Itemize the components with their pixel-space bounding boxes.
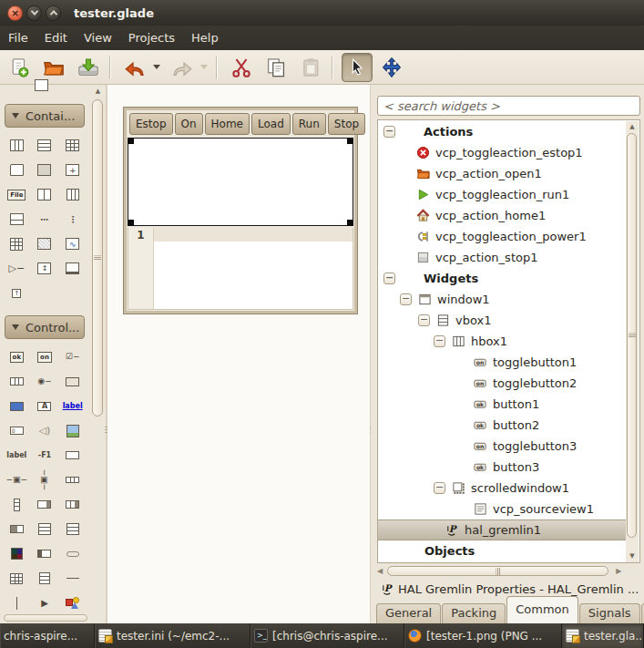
tree-row-button1[interactable]: ok button1	[378, 394, 626, 415]
design-estop-togglebutton[interactable]: Estop	[129, 113, 173, 135]
tree-row-togglebutton1[interactable]: on togglebutton1	[378, 352, 626, 373]
vscrollbar-icon[interactable]	[3, 492, 31, 517]
collapse-expander-icon[interactable]	[400, 293, 412, 305]
collapse-expander-icon[interactable]	[383, 126, 395, 138]
tab-general[interactable]: General	[376, 603, 441, 623]
widget-tree[interactable]: Actions vcp_toggleaction_estop1 vcp_acti…	[377, 119, 640, 563]
alignment-icon[interactable]	[31, 158, 59, 182]
new-project-button[interactable]	[4, 53, 35, 82]
label-icon[interactable]: label	[3, 443, 31, 468]
scrolledwindow-icon[interactable]: ⋯	[58, 207, 87, 231]
frame-icon[interactable]	[3, 158, 31, 182]
entry-icon[interactable]	[58, 443, 87, 468]
paste-button[interactable]	[295, 53, 326, 82]
paned-handle-left[interactable]	[105, 427, 107, 435]
colorbutton-icon[interactable]	[3, 394, 31, 418]
textview-icon[interactable]	[31, 517, 59, 541]
combo-icon[interactable]	[31, 541, 59, 566]
taskbar-item-tester-ini[interactable]: tester.ini (~/emc2-...	[95, 623, 250, 648]
tree-row-window1[interactable]: window1	[378, 289, 626, 310]
tree-scrollbar-thumb[interactable]	[627, 133, 637, 538]
vpaned-icon[interactable]	[58, 182, 87, 207]
filechooser-widget-icon[interactable]: File	[3, 182, 31, 207]
tree-row-vcp-action-home1[interactable]: vcp_action_home1	[378, 205, 626, 226]
handlebox-icon[interactable]: ↑	[3, 281, 31, 305]
taskbar-item-tester-png[interactable]: [tester-1.png (PNG ...	[404, 623, 562, 648]
scroll-up-arrow-icon[interactable]: ▲	[91, 87, 105, 96]
tree-row-button3[interactable]: ok button3	[378, 457, 626, 478]
table-icon[interactable]	[58, 133, 87, 158]
tree-row-hal-gremlin1-selected[interactable]: P hal_gremlin1	[378, 519, 626, 540]
linkbutton-icon[interactable]: label	[58, 394, 87, 418]
collapse-expander-icon[interactable]	[418, 314, 430, 326]
volumebutton-icon[interactable]: ◁)	[31, 418, 59, 443]
save-project-button[interactable]	[73, 53, 104, 82]
copy-button[interactable]	[261, 53, 291, 82]
scroll-left-arrow-icon[interactable]: ◀	[377, 568, 383, 575]
redo-button[interactable]	[167, 53, 198, 82]
hbox-icon[interactable]	[3, 133, 31, 158]
filechooserbutton-icon[interactable]	[58, 369, 87, 394]
palette-section-controls[interactable]: Control...	[5, 315, 85, 339]
selector-mode-button[interactable]	[342, 53, 373, 82]
undo-dropdown-arrow[interactable]	[153, 65, 160, 69]
tree-row-vcp-sourceview1[interactable]: vcp_sourceview1	[378, 499, 626, 519]
menu-view[interactable]: View	[76, 27, 120, 48]
open-project-button[interactable]	[38, 53, 69, 82]
taskbar-item-terminal[interactable]: >_ [chris@chris-aspire...	[250, 623, 404, 648]
scroll-right-arrow-icon[interactable]: ▶	[616, 568, 621, 575]
cut-button[interactable]	[226, 53, 257, 82]
taskbar-item-tester-glade-active[interactable]: tester.gla...	[562, 623, 644, 648]
tab-common-active[interactable]: Common	[506, 596, 578, 623]
statusbar-icon[interactable]	[58, 517, 87, 541]
vbuttonbox-icon[interactable]: ⋯	[31, 207, 59, 231]
tab-packing[interactable]: Packing	[442, 603, 506, 623]
design-sourceview[interactable]: 1	[128, 228, 353, 310]
palette-section-containers[interactable]: Contai...	[5, 104, 85, 128]
tree-row-vcp-toggleaction-power1[interactable]: vcp_toggleaction_power1	[378, 226, 626, 247]
spinbutton-icon[interactable]	[3, 369, 31, 394]
design-canvas[interactable]: Estop On Home Load Run Stop 1	[107, 85, 371, 623]
design-hbox1[interactable]: Estop On Home Load Run Stop	[127, 110, 354, 138]
menu-projects[interactable]: Projects	[120, 27, 183, 48]
expander-icon[interactable]: ▷−	[3, 256, 31, 281]
notebook-icon[interactable]	[58, 256, 87, 281]
tree-row-hbox1[interactable]: hbox1	[378, 331, 626, 352]
redo-dropdown-arrow[interactable]	[200, 65, 208, 69]
calendar-icon[interactable]	[3, 566, 31, 591]
design-window-window1[interactable]: Estop On Home Load Run Stop 1	[123, 107, 358, 314]
collapse-expander-icon[interactable]	[383, 273, 395, 284]
hscrollbar-icon[interactable]	[58, 468, 87, 492]
tree-row-vcp-action-stop1[interactable]: vcp_action_stop1	[378, 247, 626, 268]
tree-row-vcp-toggleaction-run1[interactable]: vcp_toggleaction_run1	[378, 184, 626, 205]
accellabel-icon[interactable]: -F1	[31, 443, 59, 468]
palette-clipped-item[interactable]	[35, 79, 48, 91]
undo-button[interactable]	[119, 53, 150, 82]
tab-accessibility[interactable]	[641, 603, 644, 623]
design-run-togglebutton[interactable]: Run	[292, 113, 326, 135]
collapse-expander-icon[interactable]	[434, 482, 445, 494]
palette-vertical-scrollbar[interactable]: ▲	[91, 87, 105, 617]
image-icon[interactable]	[58, 418, 87, 443]
hscale-icon[interactable]: −▣−	[3, 468, 31, 492]
tree-row-objects[interactable]: Objects	[378, 540, 626, 561]
palette-scrollbar-thumb[interactable]	[92, 99, 103, 417]
minimize-window-button[interactable]	[26, 5, 42, 21]
hbuttonbox-icon[interactable]	[3, 207, 31, 231]
progressbar-icon[interactable]	[3, 517, 31, 541]
iconview-icon[interactable]	[31, 231, 59, 256]
collapse-expander-icon[interactable]	[434, 335, 445, 347]
fontbutton-icon[interactable]: A	[31, 394, 59, 418]
hpaned-icon[interactable]	[31, 182, 59, 207]
close-window-button[interactable]: ×	[7, 5, 23, 21]
tree-row-togglebutton2[interactable]: on togglebutton2	[378, 373, 626, 394]
selection-handle[interactable]	[128, 220, 134, 226]
titlebar[interactable]: × tester.glade	[0, 0, 644, 26]
tree-row-actions[interactable]: Actions	[378, 121, 626, 142]
menu-help[interactable]: Help	[183, 27, 227, 48]
vbox-icon[interactable]	[31, 133, 59, 158]
vseparator-icon[interactable]	[3, 591, 31, 615]
drawingarea-icon[interactable]	[58, 591, 87, 615]
tree-horizontal-scrollbar[interactable]: ◀ ▶	[377, 565, 640, 577]
curve-icon[interactable]: ∿	[58, 231, 87, 256]
